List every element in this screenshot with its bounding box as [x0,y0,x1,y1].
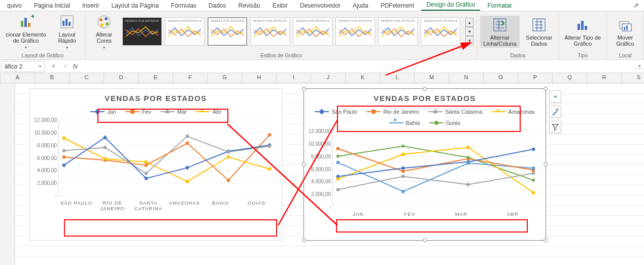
add-chart-element-button[interactable]: + cionar Elemento de Gráfico ▾ [3,13,49,51]
tab-layout-da-p-gina[interactable]: Layout da Página [106,1,163,11]
svg-rect-2 [28,23,30,27]
chart-right[interactable]: VENDAS POR ESTADOS São PauloRio de Janei… [303,88,546,241]
svg-rect-30 [145,163,148,167]
svg-point-10 [105,17,108,20]
svg-rect-37 [186,135,189,138]
gallery-scroll-down[interactable]: ▾ [465,27,473,36]
chart-elements-button[interactable]: ＋ [549,90,561,103]
chart-style-thumb[interactable]: VENDAS POR ESTADOS [250,17,290,46]
chart-style-thumb[interactable]: VENDAS POR ESTADOS [122,17,162,46]
column-header[interactable]: O [484,73,518,83]
column-header[interactable]: S [622,73,644,83]
tab-p-gina-inicial[interactable]: Página Inicial [29,1,75,11]
x-tick-label: MAR [435,211,487,217]
resize-handle[interactable] [544,238,548,242]
column-header[interactable]: A [1,73,35,83]
column-header[interactable]: G [208,73,242,83]
formula-bar: áfico 2 ▾ ✕ ✓ fx ▾ [0,60,644,73]
tab-pdfelement[interactable]: PDFelement [376,1,420,11]
svg-rect-59 [401,153,404,156]
column-header[interactable]: R [587,73,622,83]
column-header[interactable]: D [104,73,139,83]
x-tick-label: GOIÁS [239,200,275,211]
tab-formatar[interactable]: Formatar [482,1,517,11]
resize-handle[interactable] [544,162,548,167]
resize-handle[interactable] [302,87,306,91]
svg-rect-16 [581,21,584,30]
tab-f-rmulas[interactable]: Fórmulas [166,1,201,11]
column-header[interactable]: H [242,73,277,83]
cancel-formula-icon[interactable]: ✕ [49,63,58,70]
chart-style-thumb[interactable]: VENDAS POR ESTADOS [293,17,332,46]
column-header[interactable]: Q [553,73,587,83]
x-tick-label: SANTACATARINA [130,200,166,211]
chart-style-thumb[interactable]: VENDAS POR ESTADOS [165,17,205,46]
svg-rect-17 [585,26,587,30]
y-tick-label: 4.000,00 [307,179,331,184]
tab-design-do-gr-fico[interactable]: Design do Gráfico [421,0,480,11]
svg-rect-39 [268,145,271,148]
column-header[interactable]: K [346,73,380,83]
svg-point-9 [99,18,103,21]
change-chart-type-button[interactable]: Alterar Tipo de Gráfico [562,16,603,48]
group-label: Layout de Gráfico [3,52,82,58]
chart-styles-button[interactable] [549,106,561,118]
column-header[interactable]: B [35,73,70,83]
chart-filters-button[interactable] [549,121,561,133]
chart-style-thumb[interactable]: VENDAS POR ESTADOS [208,17,247,46]
quick-layout-button[interactable]: Layout Rápido ▾ [52,13,82,51]
resize-handle[interactable] [544,87,548,91]
column-headers: ABCDEFGHIJKLMNOPQRS [0,73,644,83]
gallery-scroll-up[interactable]: ▴ [465,18,473,27]
svg-rect-61 [532,191,535,194]
column-header[interactable]: F [173,73,208,83]
column-header[interactable]: C [70,73,104,83]
tab-inserir[interactable]: Inserir [77,1,104,11]
svg-rect-64 [467,161,470,164]
svg-rect-50 [336,147,340,150]
column-header[interactable]: J [311,73,346,83]
column-header[interactable]: P [518,73,553,83]
chart-style-thumb[interactable]: VENDAS POR ESTADOS [421,17,460,46]
tab-ajuda[interactable]: Ajuda [348,1,374,11]
column-header[interactable]: I [277,73,311,83]
column-header[interactable]: L [380,73,415,83]
chart-style-thumb[interactable]: VENDAS POR ESTADOS [335,17,375,46]
svg-rect-31 [186,142,189,145]
chart-style-thumb[interactable]: VENDAS POR ESTADOS [378,17,418,46]
resize-handle[interactable] [423,238,427,242]
tab-exibir[interactable]: Exibir [267,1,293,11]
legend-item: Rio de Janeiro [366,109,419,115]
dropdown-caret-icon: ▾ [103,45,105,50]
enter-formula-icon[interactable]: ✓ [61,63,70,70]
formula-buttons: ✕ ✓ fx [46,63,81,70]
worksheet-grid[interactable]: VENDAS POR ESTADOS JanFevMarAbr 12.000,0… [0,83,644,265]
resize-handle[interactable] [423,87,427,91]
share-button[interactable]: ⇗ [628,0,644,11]
move-chart-button[interactable]: Mover Gráfico [610,16,640,48]
column-header[interactable]: N [449,73,484,83]
tab-desenvolvedor[interactable]: Desenvolvedor [295,1,346,11]
select-data-button[interactable]: Selecionar Dados [523,16,556,48]
chart-left[interactable]: VENDAS POR ESTADOS JanFevMarAbr 12.000,0… [29,88,282,241]
group-location: Mover Gráfico Local [607,11,644,59]
column-header[interactable]: E [139,73,173,83]
tab-dados[interactable]: Dados [204,1,231,11]
change-colors-button[interactable]: Alterar Cores ▾ [89,13,119,51]
switch-row-column-button[interactable]: Alternar Linha/Coluna [480,16,520,48]
expand-formula-bar[interactable]: ▾ [635,63,644,69]
tab-quivo[interactable]: quivo [2,1,27,11]
svg-rect-34 [62,149,65,152]
svg-rect-45 [268,168,271,171]
tab-revis-o[interactable]: Revisão [233,1,265,11]
legend-item: Amazonas [492,109,535,115]
gallery-expand[interactable]: ▾ [465,36,473,45]
fx-icon[interactable]: fx [73,63,78,70]
resize-handle[interactable] [302,162,306,167]
svg-rect-70 [556,108,559,111]
dropdown-caret-icon: ▾ [66,45,68,50]
name-box[interactable]: áfico 2 ▾ [1,61,45,72]
svg-rect-49 [531,147,535,151]
column-header[interactable]: M [415,73,449,83]
resize-handle[interactable] [302,238,306,242]
